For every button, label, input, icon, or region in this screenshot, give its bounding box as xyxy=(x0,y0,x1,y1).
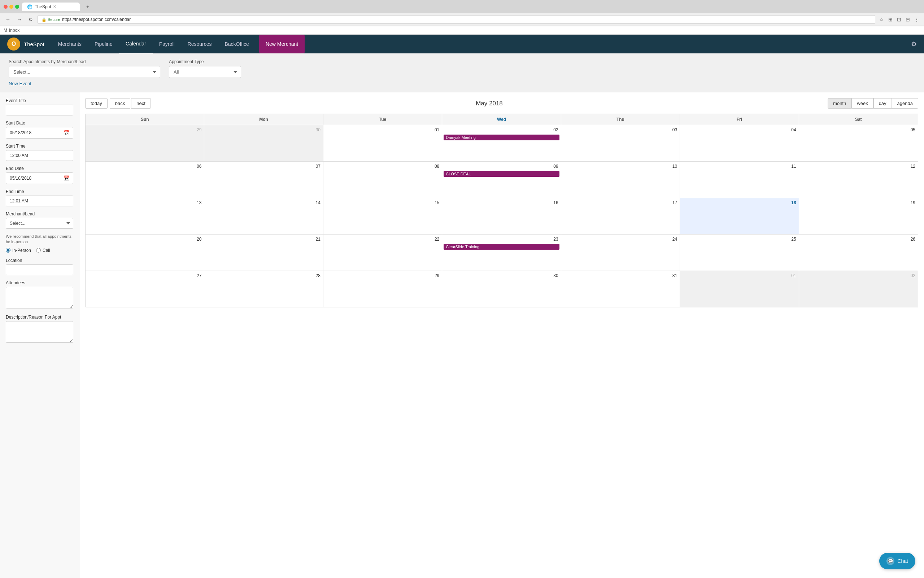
calendar-day-0-6[interactable]: 05 xyxy=(799,125,918,161)
calendar-event-1-3-0[interactable]: CLOSE DEAL xyxy=(444,171,559,177)
calendar-day-0-3[interactable]: 02Damyak Meeting xyxy=(442,125,561,161)
calendar-day-0-0[interactable]: 29 xyxy=(86,125,204,161)
app-logo: O xyxy=(7,37,20,50)
calendar-day-0-2[interactable]: 01 xyxy=(324,125,442,161)
description-input[interactable] xyxy=(6,321,73,343)
new-tab-button[interactable]: + xyxy=(83,2,93,11)
day-number: 29 xyxy=(87,127,202,133)
calendar-grid: Sun Mon Tue Wed Thu Fri Sat 29300102Damy… xyxy=(85,114,918,307)
calendar-day-1-6[interactable]: 12 xyxy=(799,162,918,198)
calendar-event-0-3-0[interactable]: Damyak Meeting xyxy=(444,135,559,140)
dot-yellow[interactable] xyxy=(10,5,13,9)
cal-nav-btns: today back next xyxy=(85,98,151,109)
calendar-day-4-4[interactable]: 31 xyxy=(561,271,680,307)
calendar-day-3-6[interactable]: 26 xyxy=(799,234,918,271)
calendar-day-4-2[interactable]: 29 xyxy=(324,271,442,307)
calendar-day-3-0[interactable]: 20 xyxy=(86,234,204,271)
calendar-day-1-0[interactable]: 06 xyxy=(86,162,204,198)
in-person-radio-label[interactable]: In-Person xyxy=(6,248,31,253)
call-radio[interactable] xyxy=(36,248,41,253)
start-date-value: 05/18/2018 xyxy=(10,130,31,135)
calendar-day-1-1[interactable]: 07 xyxy=(204,162,323,198)
start-time-input[interactable] xyxy=(6,150,73,161)
calendar-week-1: 06070809CLOSE DEAL101112 xyxy=(86,162,918,198)
nav-calendar[interactable]: Calendar xyxy=(119,35,153,54)
agenda-view-button[interactable]: agenda xyxy=(892,98,918,109)
calendar-day-2-4[interactable]: 17 xyxy=(561,198,680,234)
refresh-button[interactable]: ↻ xyxy=(27,16,35,23)
start-date-input[interactable]: 05/18/2018 📅 xyxy=(6,127,73,138)
call-radio-label[interactable]: Call xyxy=(36,248,50,253)
new-event-link[interactable]: New Event xyxy=(9,81,31,86)
nav-merchants[interactable]: Merchants xyxy=(52,35,88,54)
calendar-day-4-5[interactable]: 01 xyxy=(680,271,799,307)
calendar-day-0-1[interactable]: 30 xyxy=(204,125,323,161)
event-title-input[interactable] xyxy=(6,105,73,115)
calendar-day-3-4[interactable]: 24 xyxy=(561,234,680,271)
attendees-input[interactable] xyxy=(6,287,73,308)
extension-icon1[interactable]: ⊞ xyxy=(887,16,894,23)
settings-icon[interactable]: ⚙ xyxy=(911,40,917,48)
calendar-day-4-3[interactable]: 30 xyxy=(442,271,561,307)
filter-row: Search Appointments by Merchant/Lead Sel… xyxy=(9,59,915,78)
calendar-day-1-4[interactable]: 10 xyxy=(561,162,680,198)
browser-titlebar: 🌐 TheSpot ✕ + xyxy=(0,0,924,13)
calendar-day-1-3[interactable]: 09CLOSE DEAL xyxy=(442,162,561,198)
tab-close-icon[interactable]: ✕ xyxy=(53,4,56,9)
extension-icon3[interactable]: ⊟ xyxy=(904,16,911,23)
menu-icon[interactable]: ⋮ xyxy=(913,16,921,23)
next-nav-button[interactable]: next xyxy=(131,98,151,109)
attendees-label: Attendees xyxy=(6,280,73,286)
calendar-day-1-2[interactable]: 08 xyxy=(324,162,442,198)
calendar-day-0-5[interactable]: 04 xyxy=(680,125,799,161)
merchant-lead-select[interactable]: Select... xyxy=(6,218,73,229)
end-time-group: End Time xyxy=(6,189,73,206)
day-number: 27 xyxy=(87,273,202,279)
calendar-day-3-5[interactable]: 25 xyxy=(680,234,799,271)
calendar-day-2-5[interactable]: 18 xyxy=(680,198,799,234)
calendar-day-4-0[interactable]: 27 xyxy=(86,271,204,307)
today-button[interactable]: today xyxy=(85,98,107,109)
calendar-day-3-1[interactable]: 21 xyxy=(204,234,323,271)
star-icon[interactable]: ☆ xyxy=(878,16,885,23)
forward-button[interactable]: → xyxy=(15,16,24,23)
calendar-event-3-3-0[interactable]: ClearSlide Training xyxy=(444,244,559,250)
dot-red[interactable] xyxy=(3,5,8,9)
gmail-bar: M Inbox xyxy=(0,26,924,35)
day-view-button[interactable]: day xyxy=(874,98,892,109)
day-number: 01 xyxy=(325,127,440,133)
location-input[interactable] xyxy=(6,265,73,275)
calendar-day-4-6[interactable]: 02 xyxy=(799,271,918,307)
calendar-day-2-6[interactable]: 19 xyxy=(799,198,918,234)
in-person-radio[interactable] xyxy=(6,248,10,253)
browser-tab[interactable]: 🌐 TheSpot ✕ xyxy=(22,3,80,11)
extension-icon2[interactable]: ⊡ xyxy=(896,16,902,23)
calendar-day-2-2[interactable]: 15 xyxy=(324,198,442,234)
address-bar[interactable]: 🔒 Secure https://thespot.spoton.com/cale… xyxy=(37,15,875,24)
day-number: 22 xyxy=(325,236,440,242)
calendar-day-1-5[interactable]: 11 xyxy=(680,162,799,198)
calendar-day-2-3[interactable]: 16 xyxy=(442,198,561,234)
nav-resources[interactable]: Resources xyxy=(181,35,218,54)
end-date-input[interactable]: 05/18/2018 📅 xyxy=(6,172,73,184)
week-view-button[interactable]: week xyxy=(851,98,873,109)
calendar-day-3-2[interactable]: 22 xyxy=(324,234,442,271)
dot-green[interactable] xyxy=(15,5,19,9)
nav-new-merchant[interactable]: New Merchant xyxy=(259,35,305,54)
chat-button[interactable]: 💬 Chat xyxy=(879,553,915,569)
merchant-filter-select[interactable]: Select... xyxy=(9,66,160,78)
calendar-day-2-0[interactable]: 13 xyxy=(86,198,204,234)
calendar-day-2-1[interactable]: 14 xyxy=(204,198,323,234)
nav-backoffice[interactable]: BackOffice xyxy=(218,35,255,54)
day-number: 21 xyxy=(206,236,321,242)
back-nav-button[interactable]: back xyxy=(110,98,130,109)
back-button[interactable]: ← xyxy=(3,16,12,23)
calendar-day-0-4[interactable]: 03 xyxy=(561,125,680,161)
nav-pipeline[interactable]: Pipeline xyxy=(88,35,119,54)
end-time-input[interactable] xyxy=(6,196,73,206)
calendar-day-4-1[interactable]: 28 xyxy=(204,271,323,307)
nav-payroll[interactable]: Payroll xyxy=(153,35,181,54)
calendar-day-3-3[interactable]: 23ClearSlide Training xyxy=(442,234,561,271)
appointment-type-select[interactable]: All xyxy=(169,66,241,78)
month-view-button[interactable]: month xyxy=(828,98,851,109)
